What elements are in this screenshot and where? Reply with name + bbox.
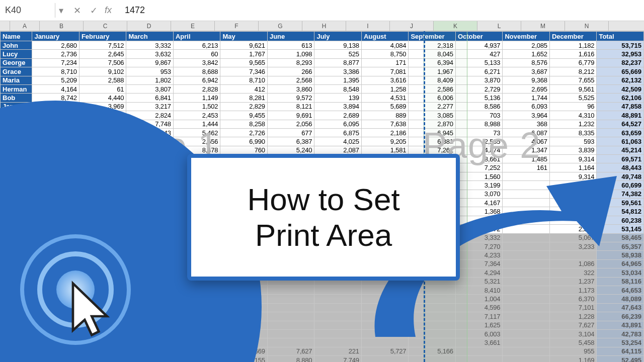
- cell[interactable]: 9,205: [361, 137, 409, 146]
- cell[interactable]: 9,138: [314, 41, 362, 50]
- column-header-G[interactable]: G: [259, 21, 302, 31]
- cell[interactable]: [361, 303, 409, 312]
- row-total[interactable]: 43,891: [597, 321, 644, 329]
- table-header[interactable]: June: [267, 32, 314, 41]
- cell[interactable]: [455, 356, 503, 362]
- select-all-corner[interactable]: [0, 21, 10, 31]
- column-header-E[interactable]: E: [171, 21, 215, 31]
- row-total[interactable]: 60,238: [597, 216, 644, 224]
- cell[interactable]: 1,004: [455, 295, 503, 303]
- cell[interactable]: 5,067: [549, 233, 597, 242]
- cell[interactable]: 8,121: [267, 102, 314, 111]
- row-name[interactable]: Maria: [1, 76, 32, 84]
- cell[interactable]: 9,314: [549, 172, 597, 180]
- cell[interactable]: 2,829: [220, 102, 268, 111]
- cell[interactable]: [503, 199, 550, 207]
- cell[interactable]: [503, 251, 550, 259]
- cell[interactable]: 3,632: [126, 50, 174, 58]
- cell[interactable]: 760: [220, 146, 268, 154]
- cell[interactable]: [409, 321, 456, 329]
- cell[interactable]: [549, 251, 597, 259]
- row-total[interactable]: 64,653: [597, 286, 644, 294]
- cell[interactable]: 5,462: [173, 128, 220, 137]
- cell[interactable]: 9,225: [455, 216, 503, 224]
- column-header-F[interactable]: F: [215, 21, 259, 31]
- cell[interactable]: 6,875: [314, 128, 362, 137]
- cell[interactable]: 9,455: [220, 111, 268, 120]
- cell[interactable]: 6,095: [314, 120, 362, 128]
- cell[interactable]: 1,652: [503, 50, 550, 58]
- row-total[interactable]: 65,357: [597, 242, 644, 250]
- row-total[interactable]: 54,812: [597, 207, 644, 216]
- cell[interactable]: 8,548: [314, 84, 362, 93]
- cell[interactable]: [503, 181, 550, 190]
- cell[interactable]: 8,281: [220, 94, 268, 102]
- cell[interactable]: [409, 356, 456, 362]
- cell[interactable]: 8,710: [220, 76, 268, 84]
- cell[interactable]: 4,233: [455, 251, 503, 259]
- cell[interactable]: 9,572: [267, 94, 314, 102]
- cell[interactable]: 5,136: [455, 94, 503, 102]
- row-total[interactable]: 69,571: [597, 155, 644, 163]
- cell[interactable]: 1,744: [503, 94, 550, 102]
- cell[interactable]: 4,531: [361, 94, 409, 102]
- cell[interactable]: [361, 356, 409, 362]
- cell[interactable]: 3,807: [126, 84, 174, 93]
- cell[interactable]: [314, 286, 362, 294]
- cell[interactable]: 2,680: [32, 41, 79, 50]
- cell[interactable]: 96: [549, 102, 597, 111]
- cell[interactable]: 7,234: [32, 58, 79, 67]
- cell[interactable]: 8,688: [173, 67, 220, 76]
- cell[interactable]: 60: [173, 50, 220, 58]
- cell[interactable]: 8,335: [549, 128, 597, 137]
- cell[interactable]: 7,364: [455, 259, 503, 268]
- cell[interactable]: 6,093: [503, 102, 550, 111]
- cell[interactable]: 266: [267, 67, 314, 76]
- column-header-H[interactable]: H: [302, 21, 346, 31]
- table-header[interactable]: May: [220, 32, 268, 41]
- column-header-L[interactable]: L: [477, 21, 521, 31]
- table-header[interactable]: November: [503, 32, 550, 41]
- table-header[interactable]: December: [549, 32, 597, 41]
- cell[interactable]: [503, 329, 550, 338]
- table-header[interactable]: Total: [597, 32, 644, 41]
- cell[interactable]: 1,086: [549, 259, 597, 268]
- cell[interactable]: 6,990: [220, 137, 268, 146]
- cell[interactable]: [503, 216, 550, 224]
- cell[interactable]: 3,217: [126, 102, 174, 111]
- row-total[interactable]: 60,699: [597, 181, 644, 190]
- cell[interactable]: 3,839: [549, 146, 597, 154]
- cell[interactable]: 8,212: [549, 67, 597, 76]
- cell[interactable]: [503, 338, 550, 347]
- cell[interactable]: 3,465: [549, 207, 597, 216]
- cell[interactable]: 5,689: [361, 102, 409, 111]
- cell[interactable]: 9,867: [126, 58, 174, 67]
- cell[interactable]: [361, 329, 409, 338]
- cell[interactable]: 1,572: [455, 225, 503, 233]
- row-total[interactable]: 48,891: [597, 111, 644, 120]
- table-header[interactable]: March: [126, 32, 174, 41]
- cell[interactable]: 1,802: [126, 76, 174, 84]
- cell[interactable]: 8,661: [455, 155, 503, 163]
- cell[interactable]: 953: [126, 67, 174, 76]
- fx-label[interactable]: fx: [105, 5, 122, 16]
- cell[interactable]: [503, 190, 550, 198]
- cell[interactable]: 1,368: [455, 207, 503, 216]
- cell[interactable]: 7,081: [361, 67, 409, 76]
- cell[interactable]: 2,588: [79, 76, 126, 84]
- cell[interactable]: 5,133: [455, 58, 503, 67]
- cell[interactable]: 4,067: [503, 137, 550, 146]
- cell[interactable]: 368: [503, 120, 550, 128]
- cell[interactable]: 5,727: [361, 347, 409, 355]
- cell[interactable]: [314, 312, 362, 321]
- cell[interactable]: 525: [314, 50, 362, 58]
- table-header[interactable]: August: [361, 32, 409, 41]
- cell[interactable]: [409, 295, 456, 303]
- table-header[interactable]: July: [314, 32, 362, 41]
- column-header-N[interactable]: N: [565, 21, 609, 31]
- table-header[interactable]: October: [455, 32, 503, 41]
- cell[interactable]: 1,485: [503, 155, 550, 163]
- cell[interactable]: 9,621: [220, 41, 268, 50]
- cell[interactable]: 9,561: [549, 84, 597, 93]
- cell[interactable]: 1,444: [173, 120, 220, 128]
